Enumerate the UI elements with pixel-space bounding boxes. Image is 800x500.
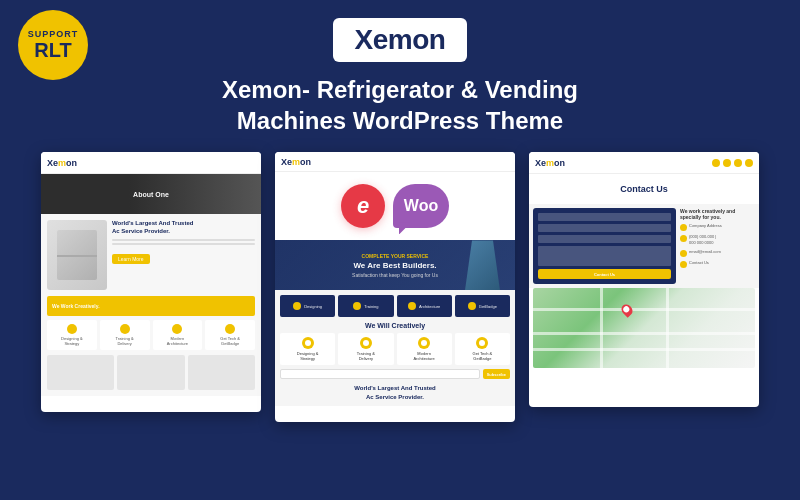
subscribe-btn[interactable]: Subscribe	[483, 369, 510, 379]
center-features-row: Designing &Strategy Training &Delivery M…	[280, 333, 510, 365]
copy-line-1	[112, 239, 255, 241]
center-hero-person	[465, 240, 500, 290]
social-dot-4	[745, 159, 753, 167]
support-badge: SUPPORT RLT	[18, 10, 88, 80]
learn-more-btn[interactable]: Learn More	[112, 254, 150, 264]
right-hero-title: Contact Us	[620, 184, 668, 194]
copy-line-2	[112, 243, 255, 245]
center-world-title: We Will Creatively	[280, 322, 510, 329]
info-title: We work creatively andspecially for you.	[680, 208, 755, 220]
support-label: SUPPORT	[28, 30, 79, 39]
phone-icon	[680, 235, 687, 242]
feature-icon-4	[476, 337, 488, 349]
service-item-4: Get Tech &GetBadge	[205, 320, 255, 350]
feature-label-3: ModernArchitecture	[413, 351, 434, 361]
social-dot-3	[734, 159, 742, 167]
info-item-contact: Contact Us	[680, 260, 755, 268]
stat-icon-3	[408, 302, 416, 310]
fridge-image	[47, 220, 107, 290]
feature-icon-3	[418, 337, 430, 349]
form-field-email[interactable]	[538, 224, 671, 232]
service-text-1: Designing &Strategy	[61, 336, 83, 346]
info-item-address: Company Address	[680, 223, 755, 231]
woo-icon-wrap: Woo	[393, 184, 449, 228]
social-dot-2	[723, 159, 731, 167]
info-item-email: email@email.com	[680, 249, 755, 257]
feature-icon-1	[302, 337, 314, 349]
service-icon-2	[120, 324, 130, 334]
center-nav-logo: Xemon	[281, 157, 311, 167]
copy-title: World's Largest And TrustedAc Service Pr…	[112, 220, 255, 236]
left-body: World's Largest And TrustedAc Service Pr…	[41, 214, 261, 396]
right-nav: Xemon	[529, 152, 759, 174]
social-dot-1	[712, 159, 720, 167]
subscribe-row: Subscribe	[280, 369, 510, 379]
logo-box: Xemon	[333, 18, 468, 62]
service-text-4: Get Tech &GetBadge	[220, 336, 240, 346]
map-road-v2	[666, 288, 669, 368]
form-field-name[interactable]	[538, 213, 671, 221]
form-submit-btn[interactable]: Contact Us	[538, 269, 671, 279]
form-field-phone[interactable]	[538, 235, 671, 243]
feature-icon-2	[360, 337, 372, 349]
plugin-icons-area: e Woo	[275, 172, 515, 240]
center-hero-sub: Satisfaction that keep You going for Us	[352, 272, 438, 278]
service-text-3: ModernArchitecture	[167, 336, 188, 346]
left-nav: Xemon	[41, 152, 261, 174]
feature-label-4: Get Tech &GetBadge	[473, 351, 493, 361]
stat-icon-1	[293, 302, 301, 310]
fridge-small-3	[188, 355, 255, 390]
stat-box-1: Designing	[280, 295, 335, 317]
stat-label-4: GetBadge	[479, 304, 497, 309]
map-road-h2	[533, 332, 755, 335]
center-hero-small: Complete Your Service	[352, 253, 438, 259]
map-road-h3	[533, 348, 755, 351]
right-form-area: Contact Us	[533, 208, 676, 284]
preview-center: Xemon e Woo Complete Your Servic	[275, 152, 515, 422]
main-container: SUPPORT RLT Xemon Xemon- Refrigerator & …	[0, 0, 800, 500]
fridge-small-2	[117, 355, 184, 390]
previews-row: Xemon About One World's Largest And Trus…	[5, 152, 795, 422]
contact-icon	[680, 261, 687, 268]
form-submit-text: Contact Us	[594, 272, 615, 277]
elementor-icon: e	[341, 184, 385, 228]
stat-icon-2	[353, 302, 361, 310]
center-hero-title: We Are Best Builders.	[352, 261, 438, 270]
rlt-label: RLT	[34, 39, 71, 61]
feature-card-2: Training &Delivery	[338, 333, 393, 365]
left-fridge-area: World's Largest And TrustedAc Service Pr…	[47, 220, 255, 290]
subscribe-btn-text: Subscribe	[487, 372, 506, 377]
stat-box-3: Architecture	[397, 295, 452, 317]
center-body: Designing Training Architecture GetBadge	[275, 290, 515, 406]
info-item-phone: (000) 000-000 |000 000 0000	[680, 234, 755, 245]
plugin-icons-row: e Woo	[341, 176, 449, 236]
right-nav-social	[712, 159, 753, 167]
stat-box-4: GetBadge	[455, 295, 510, 317]
page-title: Xemon- Refrigerator & Vending Machines W…	[222, 74, 578, 136]
stat-label-3: Architecture	[419, 304, 440, 309]
feature-card-1: Designing &Strategy	[280, 333, 335, 365]
map-road-v1	[600, 288, 603, 368]
services-row: Designing &Strategy Training &Delivery M…	[47, 320, 255, 350]
logo-xemon: Xemon	[355, 24, 446, 55]
form-field-message[interactable]	[538, 246, 671, 266]
stat-box-2: Training	[338, 295, 393, 317]
map-pin	[619, 303, 635, 319]
woo-bubble: Woo	[393, 184, 449, 228]
service-text-2: Training &Delivery	[116, 336, 134, 346]
address-icon	[680, 224, 687, 231]
right-info-col: We work creatively andspecially for you.…	[680, 208, 755, 284]
left-hero-text: About One	[133, 191, 169, 198]
service-item-3: ModernArchitecture	[153, 320, 203, 350]
feature-label-2: Training &Delivery	[357, 351, 375, 361]
right-nav-logo: Xemon	[535, 158, 565, 168]
center-bottom-world: World's Largest And TrustedAc Service Pr…	[280, 384, 510, 401]
left-copy: World's Largest And TrustedAc Service Pr…	[112, 220, 255, 290]
stat-label-1: Designing	[304, 304, 322, 309]
email-icon	[680, 250, 687, 257]
left-hero: About One	[41, 174, 261, 214]
feature-label-1: Designing &Strategy	[297, 351, 319, 361]
service-icon-3	[172, 324, 182, 334]
subscribe-input[interactable]	[280, 369, 480, 379]
right-hero: Contact Us	[529, 174, 759, 204]
